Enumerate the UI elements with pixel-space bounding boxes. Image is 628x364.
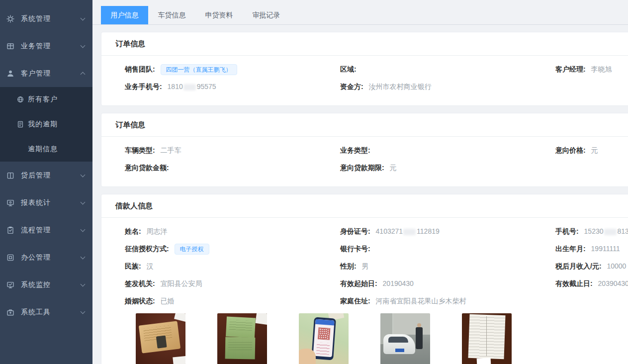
field-customer-manager: 客户经理: 李晓旭 <box>555 65 628 74</box>
field-credit-auth-method: 征信授权方式: 电子授权 <box>125 244 340 255</box>
sidebar-item-customer-management[interactable]: 客户管理 <box>0 60 92 87</box>
sidebar-item-label: 所有客户 <box>28 95 58 104</box>
field-loan-term: 意向贷款期限: 元 <box>340 164 555 173</box>
order-info-card: 订单信息 销售团队: 四团一营（直属王鹏飞） 区域: 客户经理: 李晓旭 <box>101 32 628 106</box>
sidebar-item-system-tools[interactable]: 系统工具 <box>0 298 92 326</box>
chevron-down-icon <box>81 281 86 286</box>
redaction-blur <box>183 84 196 91</box>
loan-intent-card: 订单信息 车辆类型: 二手车 业务类型: 意向价格: 元 <box>101 113 628 187</box>
sidebar-item-report-statistics[interactable]: 报表统计 <box>0 189 92 216</box>
nested-square-icon <box>6 253 15 262</box>
chevron-up-icon <box>81 72 86 77</box>
card-title: 订单信息 <box>101 113 628 137</box>
chevron-down-icon <box>81 43 86 48</box>
field-funder: 资金方: 汝州市农村商业银行 <box>340 83 555 91</box>
detail-tabs: 用户信息 车贷信息 申贷资料 审批记录 <box>92 6 628 25</box>
sidebar-item-label: 业务管理 <box>21 42 81 51</box>
redaction-blur <box>604 229 617 235</box>
sidebar-item-label: 客户管理 <box>21 69 81 78</box>
field-id-number: 身份证号: 4103271112819 <box>340 227 555 236</box>
material-doc-photo-thumbnail <box>462 313 512 364</box>
monitor-icon <box>6 198 15 207</box>
toolbox-icon <box>6 308 15 317</box>
person-car-photo-thumbnail <box>380 313 430 364</box>
borrower-info-card: 借款人信息 姓名: 周志洋 身份证号: 4103271112819 手机号: 1… <box>101 194 628 364</box>
document-photos: 人像面 行驶证 <box>125 313 628 364</box>
sidebar-item-label: 我的逾期 <box>28 120 58 129</box>
chevron-down-icon <box>81 309 86 314</box>
app-window: 系统管理 业务管理 客户管理 所有客户 <box>0 0 628 364</box>
tab-approval-records[interactable]: 审批记录 <box>243 6 290 24</box>
field-mobile: 手机号: 152308137 <box>555 227 628 236</box>
tab-car-loan-info[interactable]: 车贷信息 <box>148 6 195 24</box>
chevron-down-icon <box>81 227 86 232</box>
sidebar-item-label: 系统监控 <box>21 280 81 289</box>
monitor-check-icon <box>6 280 15 289</box>
sidebar-item-overdue-info[interactable]: 逾期信息 <box>0 137 92 162</box>
photo-id-card[interactable]: 人像面 <box>136 313 185 364</box>
field-valid-to: 有效截止日: 20390430 <box>555 279 628 288</box>
field-marital-status: 婚姻状态: 已婚 <box>125 297 340 306</box>
sidebar-item-label: 办公管理 <box>21 253 81 262</box>
sidebar-item-postloan-management[interactable]: 贷后管理 <box>0 162 92 189</box>
sidebar-item-my-overdue[interactable]: 我的逾期 <box>0 112 92 137</box>
tab-loan-application-materials[interactable]: 申贷资料 <box>195 6 243 24</box>
chevron-down-icon <box>81 199 86 204</box>
field-name: 姓名: 周志洋 <box>125 227 340 236</box>
field-business-phone: 业务手机号: 181095575 <box>125 83 340 91</box>
field-monthly-income: 税后月收入/元: 10000 <box>555 262 628 271</box>
chevron-down-icon <box>81 254 86 259</box>
grid-icon <box>6 42 15 51</box>
field-loan-amount: 意向贷款金额: <box>125 164 340 173</box>
card-title: 订单信息 <box>101 32 628 56</box>
field-region: 区域: <box>340 65 555 74</box>
sidebar: 系统管理 业务管理 客户管理 所有客户 <box>0 0 92 364</box>
sidebar-item-process-management[interactable]: 流程管理 <box>0 216 92 244</box>
globe-icon <box>16 95 24 103</box>
main-content: 用户信息 车贷信息 申贷资料 审批记录 订单信息 销售团队: 四团一营（直属王鹏… <box>92 0 628 364</box>
sidebar-item-label: 逾期信息 <box>28 145 58 154</box>
clipboard-icon <box>6 226 15 235</box>
photo-person-with-car[interactable]: 人车合影 <box>380 313 430 364</box>
field-bank-card: 银行卡号: <box>340 245 555 254</box>
field-birth-date: 出生年月: 19911111 <box>555 245 628 254</box>
credit-auth-tag: 电子授权 <box>175 244 209 255</box>
sidebar-item-office-management[interactable]: 办公管理 <box>0 244 92 271</box>
sidebar-item-label: 系统管理 <box>21 14 81 23</box>
photo-auth-qr[interactable]: 授权码 <box>299 313 349 364</box>
sidebar-item-system-management[interactable]: 系统管理 <box>0 5 92 32</box>
vehicle-license-photo-thumbnail <box>217 313 267 364</box>
sidebar-item-label: 贷后管理 <box>21 171 81 180</box>
auth-qr-photo-thumbnail <box>299 313 349 364</box>
sidebar-item-label: 流程管理 <box>21 226 81 235</box>
sidebar-item-label: 报表统计 <box>21 198 81 207</box>
field-sales-team: 销售团队: 四团一营（直属王鹏飞） <box>125 64 340 75</box>
sidebar-item-system-monitor[interactable]: 系统监控 <box>0 271 92 298</box>
book-icon <box>6 171 15 180</box>
id-card-photo-thumbnail <box>136 313 185 364</box>
sidebar-item-all-customers[interactable]: 所有客户 <box>0 87 92 112</box>
field-valid-from: 有效起始日: 20190430 <box>340 279 555 288</box>
card-title: 借款人信息 <box>101 194 628 218</box>
chevron-down-icon <box>81 172 86 177</box>
gear-icon <box>6 14 15 23</box>
sales-team-tag: 四团一营（直属王鹏飞） <box>161 64 237 75</box>
tab-user-info[interactable]: 用户信息 <box>101 6 148 24</box>
field-intent-price: 意向价格: 元 <box>555 146 628 155</box>
photo-vehicle-license[interactable]: 行驶证 <box>217 313 267 364</box>
field-vehicle-type: 车辆类型: 二手车 <box>125 146 340 155</box>
user-icon <box>6 69 15 78</box>
chevron-down-icon <box>81 15 86 20</box>
field-ethnicity: 民族: 汉 <box>125 262 340 271</box>
document-icon <box>16 120 24 128</box>
field-issuing-authority: 签发机关: 宜阳县公安局 <box>125 279 340 288</box>
photo-material-document[interactable]: 其他材料 <box>462 313 512 364</box>
sidebar-submenu-customer: 所有客户 我的逾期 逾期信息 <box>0 87 92 162</box>
redaction-blur <box>403 229 416 235</box>
sidebar-item-label: 系统工具 <box>21 308 81 317</box>
field-home-address: 家庭住址: 河南省宜阳县花果山乡木柴村 <box>340 297 555 306</box>
field-business-type: 业务类型: <box>340 146 555 155</box>
field-gender: 性别: 男 <box>340 262 555 271</box>
sidebar-item-business-management[interactable]: 业务管理 <box>0 32 92 60</box>
